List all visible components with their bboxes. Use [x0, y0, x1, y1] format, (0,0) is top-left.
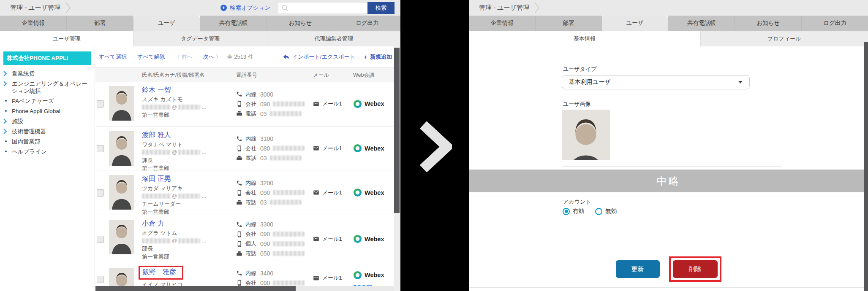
tab-log-export[interactable]: ログ出力 [801, 16, 868, 31]
org-sidebar: 株式会社PHONE APPLI 営業統括 エンジニアリング＆オペレーション統括 … [0, 46, 95, 291]
search-button[interactable]: 検索 [367, 2, 395, 14]
add-new-button[interactable]: ＋ 新規追加 [363, 53, 392, 61]
mail-link[interactable]: メール1 [313, 272, 342, 283]
sidebar-company[interactable]: 株式会社PHONE APPLI [3, 51, 91, 65]
webex-link[interactable]: Webex [353, 98, 384, 110]
vertical-scrollbar-thumb[interactable] [864, 42, 868, 291]
mail-link[interactable]: メール1 [313, 143, 342, 154]
tab-notice[interactable]: お知らせ [735, 16, 801, 31]
subtab-tag-data[interactable]: タグデータ管理 [133, 31, 267, 46]
phone-desk[interactable]: 電話03 [236, 197, 305, 207]
next-page-link[interactable]: 次へ 〉 [203, 53, 221, 61]
subtab-basic-info[interactable]: 基本情報 [469, 31, 701, 46]
search-options-link[interactable]: 検索オプション [220, 4, 270, 12]
phone-company-mobile[interactable]: 会社090 [236, 188, 305, 197]
phone-desk[interactable]: 電話03 [236, 153, 305, 163]
tab-company-info[interactable]: 企業情報 [469, 16, 535, 31]
redacted-block [178, 194, 200, 199]
webex-link[interactable]: Webex [353, 269, 384, 281]
webex-ring-icon [353, 100, 362, 108]
import-export-link[interactable]: インポート/エクスポート [283, 53, 355, 61]
sidebar-item-sales[interactable]: 営業統括 [3, 70, 91, 77]
phone-personal-mobile[interactable]: 個人090 [236, 239, 305, 249]
sidebar-item-tech-equipment[interactable]: 技術管理機器 [3, 128, 91, 135]
tab-company-info[interactable]: 企業情報 [0, 16, 66, 31]
table-row: 渡部 雅人 ワタナベ マサト @… 課長 第一営業部 内線3100 会社080 … [95, 127, 394, 170]
radio-unchecked-icon [595, 208, 602, 215]
tab-log-export[interactable]: ログ出力 [334, 16, 400, 31]
bottom-divider [469, 287, 868, 288]
tab-department[interactable]: 部署 [66, 16, 133, 31]
envelope-icon [313, 145, 319, 151]
radio-enabled[interactable]: 有効 [563, 207, 584, 215]
phone-company-mobile[interactable]: 会社090 [236, 99, 305, 109]
row-checkbox[interactable] [97, 100, 104, 108]
tab-user[interactable]: ユーザ [602, 16, 668, 31]
row-checkbox[interactable] [97, 145, 104, 152]
user-title: チームリーダー [142, 200, 234, 208]
delete-button[interactable]: 削除 [673, 260, 718, 278]
user-name-link[interactable]: 鈴木 一智 [142, 86, 171, 94]
sidebar-item-helpline[interactable]: ヘルプライン [3, 148, 91, 155]
omitted-band: 中略 [469, 170, 868, 192]
user-name-link[interactable]: 小倉 力 [142, 219, 164, 228]
big-chevron-right-icon [419, 121, 452, 172]
mail-link[interactable]: メール1 [313, 187, 342, 198]
webex-link[interactable]: Webex [353, 233, 384, 245]
horizontal-scrollbar-thumb[interactable] [95, 286, 296, 291]
prev-page-link[interactable]: 〈 前へ [174, 53, 193, 61]
redacted-block [273, 101, 305, 106]
select-all-link[interactable]: すべて選択 [99, 53, 127, 61]
table-row: 小倉 力 オグラ ツトム @… 部長 第一営業部 内線3300 会社090 個人… [95, 215, 394, 263]
tab-user[interactable]: ユーザ [133, 16, 200, 31]
phone-company-mobile[interactable]: 会社090 [236, 229, 305, 239]
sidebar-item-engineering[interactable]: エンジニアリング＆オペレーション統括 [3, 80, 91, 94]
tab-department[interactable]: 部署 [535, 16, 602, 31]
phone-extension[interactable]: 内線3200 [236, 178, 305, 188]
clear-all-link[interactable]: すべて解除 [137, 53, 165, 61]
sidebar-item-pa-ventures[interactable]: PAベンチャーズ [3, 97, 91, 105]
redacted-block [273, 251, 305, 256]
user-dept: 第一営業部 [142, 111, 234, 119]
webex-link[interactable]: Webex [353, 143, 384, 154]
tab-shared-phonebook[interactable]: 共有電話帳 [200, 16, 267, 31]
breadcrumb-chevron-icon [65, 2, 71, 13]
phone-desk[interactable]: 電話03 [236, 109, 305, 119]
user-type-select[interactable]: 基本利用ユーザ [562, 75, 750, 89]
tab-shared-phonebook[interactable]: 共有電話帳 [668, 16, 735, 31]
sidebar-item-phone-appli-global[interactable]: Phone Appli Global [3, 108, 91, 115]
sidebar-item-domestic-sales[interactable]: 国内営業部 [3, 138, 91, 145]
vertical-scrollbar-thumb[interactable] [394, 48, 400, 213]
phone-desk[interactable]: 電話050 [236, 249, 305, 259]
chevron-right-icon [3, 70, 8, 76]
sidebar-item-facilities[interactable]: 施設 [3, 118, 91, 125]
subtab-proxy-editor[interactable]: 代理編集者管理 [267, 31, 400, 46]
webex-ring-icon [353, 234, 362, 243]
bullet-icon [3, 108, 8, 115]
breadcrumb-label: 管理 - ユーザ管理 [10, 4, 60, 12]
radio-disabled[interactable]: 無効 [595, 207, 617, 215]
phone-company-mobile[interactable]: 会社080 [236, 143, 305, 153]
search-input[interactable] [291, 3, 368, 13]
subtab-profile[interactable]: プロフィール [701, 31, 868, 46]
phone-extension[interactable]: 内線3300 [236, 220, 305, 229]
update-button[interactable]: 更新 [616, 260, 660, 278]
subtab-user-management[interactable]: ユーザ管理 [0, 31, 133, 46]
tab-notice[interactable]: お知らせ [267, 16, 333, 31]
phone-extension[interactable]: 内線3400 [236, 268, 305, 278]
phone-extension[interactable]: 内線3100 [236, 134, 305, 143]
webex-link[interactable]: Webex [353, 187, 384, 199]
row-checkbox[interactable] [97, 276, 104, 283]
mail-link[interactable]: メール1 [313, 98, 342, 109]
webex-ring-icon [353, 144, 362, 153]
row-checkbox[interactable] [97, 189, 104, 197]
row-checkbox[interactable] [97, 236, 104, 243]
user-name-link[interactable]: 渡部 雅人 [142, 131, 171, 140]
phone-extension[interactable]: 内線3000 [236, 89, 305, 99]
mobile-icon [236, 231, 242, 237]
user-name-link[interactable]: 塚田 正晃 [142, 175, 171, 183]
user-email-redacted: @… [142, 148, 234, 156]
user-name-link[interactable]: 飯野 雅彦 [142, 268, 176, 277]
mail-link[interactable]: メール1 [313, 234, 342, 245]
breadcrumb-chevron-icon [534, 2, 540, 13]
